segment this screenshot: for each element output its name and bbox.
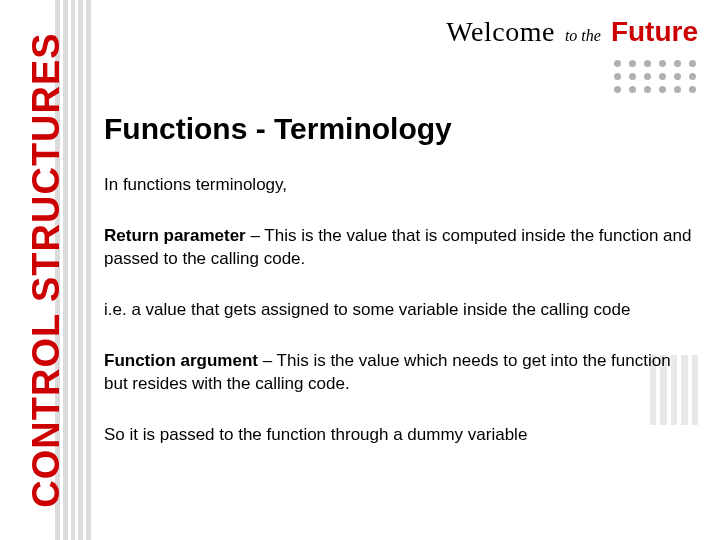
tothe-word: to the (565, 27, 601, 45)
welcome-line: Welcome to the Future (446, 16, 698, 48)
sidebar: CONTROL STRUCTURES (0, 0, 92, 540)
header: Welcome to the Future (446, 16, 698, 48)
function-arg-term: Function argument (104, 351, 258, 370)
sidebar-label: CONTROL STRUCTURES (25, 32, 68, 507)
dot-grid-icon (614, 60, 696, 93)
future-word: Future (611, 16, 698, 48)
slide-title: Functions - Terminology (104, 112, 694, 146)
return-param-term: Return parameter (104, 226, 246, 245)
return-param-note: i.e. a value that gets assigned to some … (104, 299, 694, 322)
slide: CONTROL STRUCTURES Welcome to the Future… (0, 0, 720, 540)
function-arg-paragraph: Function argument – This is the value wh… (104, 350, 694, 396)
content: Functions - Terminology In functions ter… (104, 112, 694, 475)
welcome-word: Welcome (446, 16, 555, 48)
function-arg-note: So it is passed to the function through … (104, 424, 694, 447)
intro-paragraph: In functions terminology, (104, 174, 694, 197)
return-param-paragraph: Return parameter – This is the value tha… (104, 225, 694, 271)
